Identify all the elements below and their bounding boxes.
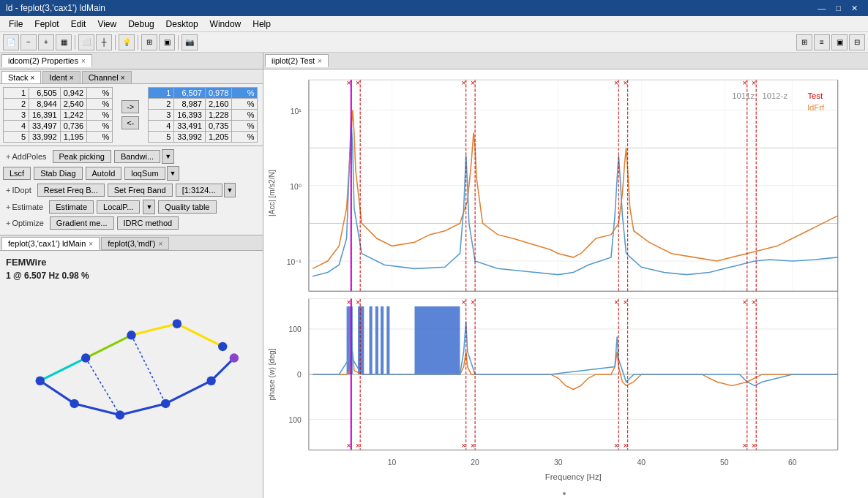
loqsum-dropdown: loqSum ▼ xyxy=(124,166,179,181)
menu-window[interactable]: Window xyxy=(204,18,247,31)
svg-text:0: 0 xyxy=(297,371,302,379)
forward-arrow-button[interactable]: -> xyxy=(121,100,139,113)
toolbar-light[interactable]: 💡 xyxy=(119,34,135,50)
close-button[interactable]: ✕ xyxy=(847,2,862,15)
table-row[interactable]: 16,5050,942% xyxy=(4,88,113,99)
sub-tab-channel[interactable]: Channel × xyxy=(82,71,132,83)
toolbar-sep2 xyxy=(115,35,116,50)
feplot-cax1-close[interactable]: × xyxy=(89,240,93,248)
table-row[interactable]: 433,4910,735% xyxy=(149,121,258,132)
svg-rect-74 xyxy=(415,306,460,374)
table-row[interactable]: 28,9442,540% xyxy=(4,99,113,110)
peak-picking-button[interactable]: Peak picking xyxy=(53,150,111,163)
toolbar-view1[interactable]: ⊞ xyxy=(141,34,157,50)
maximize-button[interactable]: □ xyxy=(831,2,845,15)
menu-edit[interactable]: Edit xyxy=(65,18,92,31)
localp-arrow[interactable]: ▼ xyxy=(143,200,155,214)
freq-range-arrow[interactable]: ▼ xyxy=(224,183,236,197)
svg-rect-70 xyxy=(370,306,373,374)
svg-line-8 xyxy=(212,358,234,381)
svg-text:1011z: 1011z xyxy=(732,91,755,100)
lscf-button[interactable]: Lscf xyxy=(3,167,31,180)
minimize-button[interactable]: — xyxy=(813,2,830,15)
gradient-me-button[interactable]: Gradient me... xyxy=(50,216,114,230)
properties-tab[interactable]: idcom(2) Properties × xyxy=(1,54,92,67)
iiplot-test-close[interactable]: × xyxy=(318,57,322,65)
sub-tab-channel-close[interactable]: × xyxy=(121,74,125,82)
set-freq-band-button[interactable]: Set Freq Band xyxy=(108,184,173,197)
quality-table-button[interactable]: Quality table xyxy=(158,200,216,214)
menu-view[interactable]: View xyxy=(91,18,122,31)
svg-text:×: × xyxy=(356,298,360,306)
auto-id-button[interactable]: AutoId xyxy=(86,167,122,180)
toolbar-view2[interactable]: ▣ xyxy=(159,34,175,50)
iiplot-test-tab[interactable]: iiplot(2) Test × xyxy=(265,54,329,67)
toolbar-sep1 xyxy=(75,35,75,50)
table-row[interactable]: 16,5070,978% xyxy=(149,88,258,99)
add-poles-label[interactable]: AddPoles xyxy=(3,151,50,162)
svg-text:×: × xyxy=(743,442,747,450)
toolbar-layout1[interactable]: ⊞ xyxy=(796,34,812,50)
bandwi-button[interactable]: Bandwi... xyxy=(114,150,160,163)
table-row[interactable]: 433,4970,736% xyxy=(4,121,113,132)
table-row[interactable]: 316,3911,242% xyxy=(4,110,113,121)
back-arrow-button[interactable]: <- xyxy=(121,116,139,129)
svg-line-0 xyxy=(40,358,86,381)
sub-tab-stack-label: Stack xyxy=(8,73,29,82)
reset-freq-button[interactable]: Reset Freq B... xyxy=(37,184,105,197)
feplot-mdl-close[interactable]: × xyxy=(159,240,163,248)
feplot-cax1-tab[interactable]: feplot(3,'cax1') ldMain × xyxy=(1,237,100,250)
estimate-button[interactable]: Estimate xyxy=(49,200,94,214)
sub-tab-ident-close[interactable]: × xyxy=(70,74,74,82)
main-layout: idcom(2) Properties × Stack × Ident × Ch… xyxy=(0,53,868,498)
table-row[interactable]: 533,9921,195% xyxy=(4,132,113,143)
toolbar-layout2[interactable]: ≡ xyxy=(814,34,830,50)
toolbar-new[interactable]: 📄 xyxy=(3,34,19,50)
svg-text:ldFrf: ldFrf xyxy=(807,103,825,112)
freq-range-button[interactable]: [1:3124... xyxy=(176,184,222,197)
toolbar-sep4 xyxy=(178,35,179,50)
idrc-method-button[interactable]: IDRC method xyxy=(117,216,179,230)
sub-tab-stack[interactable]: Stack × xyxy=(1,71,41,83)
menu-file[interactable]: File xyxy=(3,18,29,31)
properties-panel-header: idcom(2) Properties × xyxy=(0,53,263,69)
toolbar-fullscreen[interactable]: ⊟ xyxy=(849,34,865,50)
sub-tab-ident[interactable]: Ident × xyxy=(42,71,80,83)
svg-text:40: 40 xyxy=(637,459,646,467)
menu-feplot[interactable]: Feplot xyxy=(29,18,64,31)
menu-help[interactable]: Help xyxy=(247,18,277,31)
feplot-mdl-tab[interactable]: feplot(3,'mdl') × xyxy=(101,237,169,250)
menu-desktop[interactable]: Desktop xyxy=(160,18,204,31)
svg-point-18 xyxy=(161,399,170,408)
bandwi-arrow[interactable]: ▼ xyxy=(162,149,174,164)
svg-text:×: × xyxy=(462,79,466,87)
toolbar-cursor[interactable]: ┼ xyxy=(96,34,112,50)
loqsum-button[interactable]: loqSum xyxy=(124,167,165,180)
optimize-label[interactable]: Optimize xyxy=(3,217,47,229)
idopt-label[interactable]: IDopt xyxy=(3,184,34,196)
toolbar-select[interactable]: ⬜ xyxy=(78,34,94,50)
toolbar-grid[interactable]: ▦ xyxy=(56,34,72,50)
svg-text:30: 30 xyxy=(554,459,563,467)
table-row[interactable]: 28,9872,160% xyxy=(149,99,258,110)
properties-tab-close[interactable]: × xyxy=(81,57,86,65)
toolbar-cam[interactable]: 📷 xyxy=(182,34,198,50)
svg-point-16 xyxy=(70,399,78,408)
table-row[interactable]: 533,9921,205% xyxy=(149,132,258,143)
menu-debug[interactable]: Debug xyxy=(122,18,160,31)
svg-text:10¹: 10¹ xyxy=(291,107,302,116)
svg-text:×: × xyxy=(347,442,351,450)
local-p-button[interactable]: LocalP... xyxy=(97,200,140,214)
wire-diagram xyxy=(6,290,257,438)
toolbar-minus[interactable]: − xyxy=(20,34,37,50)
sub-tab-stack-close[interactable]: × xyxy=(31,74,35,82)
toolbar-layout3[interactable]: ▣ xyxy=(831,34,848,50)
stab-diag-button[interactable]: Stab Diag xyxy=(34,167,82,180)
loqsum-arrow[interactable]: ▼ xyxy=(167,166,179,181)
table-row[interactable]: 316,3931,228% xyxy=(149,110,258,121)
svg-line-5 xyxy=(75,404,120,415)
svg-point-15 xyxy=(218,342,227,351)
toolbar-plus[interactable]: + xyxy=(38,34,54,50)
estimate-label[interactable]: Estimate xyxy=(3,201,46,213)
controls-row-4: Estimate Estimate LocalP... ▼ Quality ta… xyxy=(3,200,260,214)
